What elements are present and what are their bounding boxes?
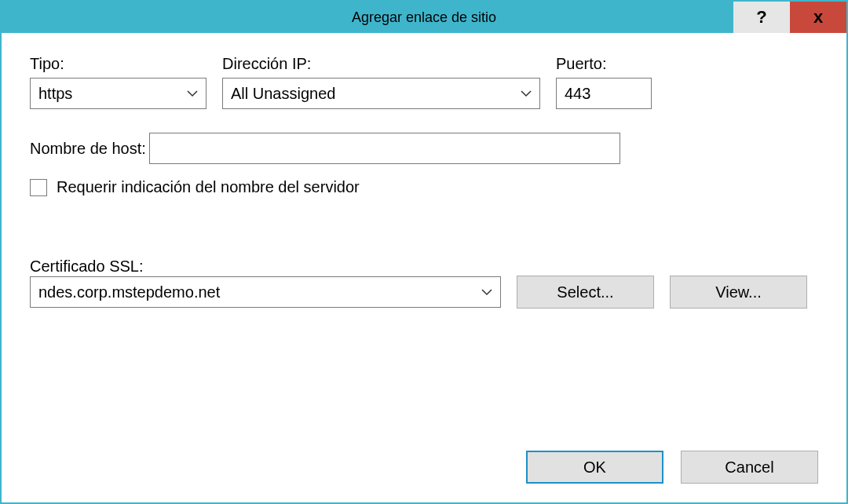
type-combo[interactable]: https: [30, 78, 207, 109]
dialog-content: Tipo: https Dirección IP: All Unassigned: [2, 33, 846, 502]
ip-combo[interactable]: All Unassigned: [222, 78, 540, 109]
chevron-down-icon: [187, 89, 198, 97]
titlebar-buttons: ? x: [733, 2, 846, 33]
port-label: Puerto:: [556, 55, 652, 73]
ip-value: All Unassigned: [231, 85, 335, 103]
hostname-section: Nombre de host: Requerir indicación del …: [30, 133, 818, 196]
type-value: https: [38, 85, 72, 103]
chevron-down-icon: [521, 89, 532, 97]
ok-button[interactable]: OK: [526, 451, 663, 484]
ssl-row: ndes.corp.mstepdemo.net Select... View..…: [30, 276, 818, 309]
close-button[interactable]: x: [790, 2, 846, 33]
window-title: Agregar enlace de sitio: [352, 9, 496, 26]
port-input[interactable]: [556, 78, 652, 109]
chevron-down-icon: [481, 288, 492, 296]
cancel-button[interactable]: Cancel: [681, 451, 818, 484]
select-button[interactable]: Select...: [517, 276, 654, 309]
ssl-section: Certificado SSL: ndes.corp.mstepdemo.net…: [30, 257, 818, 309]
type-label: Tipo:: [30, 55, 207, 73]
type-field: Tipo: https: [30, 55, 207, 109]
sni-row: Requerir indicación del nombre del servi…: [30, 178, 818, 196]
binding-row: Tipo: https Dirección IP: All Unassigned: [30, 55, 818, 109]
view-button[interactable]: View...: [670, 276, 807, 309]
ip-field: Dirección IP: All Unassigned: [222, 55, 540, 109]
help-button[interactable]: ?: [733, 2, 790, 33]
port-field: Puerto:: [556, 55, 652, 109]
titlebar: Agregar enlace de sitio ? x: [2, 2, 846, 33]
dialog-buttons: OK Cancel: [526, 451, 818, 484]
ssl-combo[interactable]: ndes.corp.mstepdemo.net: [30, 276, 501, 308]
add-site-binding-dialog: Agregar enlace de sitio ? x Tipo: https …: [0, 0, 848, 504]
ssl-value: ndes.corp.mstepdemo.net: [38, 283, 220, 301]
hostname-label: Nombre de host:: [30, 140, 146, 157]
ssl-label: Certificado SSL:: [30, 257, 144, 275]
ip-label: Dirección IP:: [222, 55, 540, 73]
hostname-input[interactable]: [149, 133, 620, 164]
sni-checkbox[interactable]: [30, 179, 47, 196]
sni-label: Requerir indicación del nombre del servi…: [57, 178, 360, 196]
